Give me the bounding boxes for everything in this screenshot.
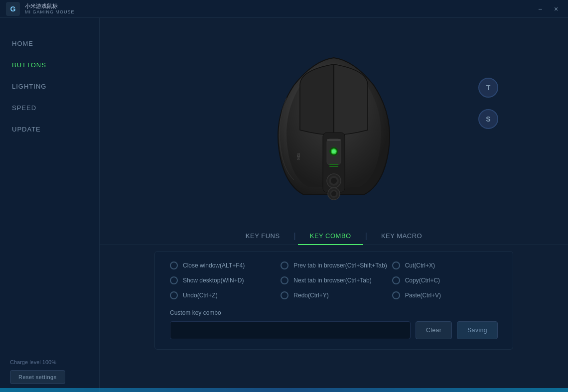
clear-button[interactable]: Clear [416,321,452,339]
mouse-preview-area: MS T S [100,18,568,227]
minimize-button[interactable]: − [534,3,546,15]
sidebar-item-buttons[interactable]: BUTTONS [0,54,99,76]
option-prev-tab[interactable]: Prev tab in browser(Ctrl+Shift+Tab) [281,261,387,269]
mouse-image: MS [264,50,404,205]
svg-rect-6 [327,139,341,141]
app-logo: G [6,2,20,16]
tab-key-macro[interactable]: KEY MACRO [369,227,434,245]
custom-combo-section: Custom key combo Clear Saving [170,309,498,339]
option-undo-label: Undo(Ctrl+Z) [183,292,218,299]
radio-copy[interactable] [392,276,400,284]
option-undo[interactable]: Undo(Ctrl+Z) [170,291,276,299]
option-paste[interactable]: Paste(Ctrl+V) [392,291,498,299]
radio-undo[interactable] [170,291,178,299]
radio-next-tab[interactable] [281,276,288,284]
app-name-block: 小米游戏鼠标 MI GAMING MOUSE [25,3,75,14]
tab-key-funs[interactable]: KEY FUNS [234,227,292,245]
radio-paste[interactable] [392,291,400,299]
side-button-t[interactable]: T [478,78,498,98]
option-redo[interactable]: Redo(Ctrl+Y) [281,291,387,299]
option-show-desktop[interactable]: Show desktop(WIN+D) [170,276,276,284]
radio-close-window[interactable] [170,261,178,269]
tab-separator-2: | [363,232,369,241]
taskbar-decoration [0,388,568,392]
sidebar-item-update[interactable]: UPDATE [0,119,99,140]
option-paste-label: Paste(Ctrl+V) [405,292,441,299]
option-show-desktop-label: Show desktop(WIN+D) [183,277,244,284]
svg-point-5 [332,149,336,153]
close-button[interactable]: × [550,3,562,15]
app-name-cn: 小米游戏鼠标 [25,3,75,9]
custom-input-row: Clear Saving [170,321,498,339]
option-cut[interactable]: Cut(Ctrl+X) [392,261,498,269]
svg-point-11 [331,178,337,184]
option-copy-label: Copy(Ctrl+C) [405,277,440,284]
options-panel: Close window(ALT+F4) Prev tab in browser… [154,251,513,350]
custom-combo-input[interactable] [170,321,411,339]
radio-redo[interactable] [281,291,288,299]
tab-key-combo[interactable]: KEY COMBO [298,227,363,245]
app-branding: G 小米游戏鼠标 MI GAMING MOUSE [6,2,75,16]
option-cut-label: Cut(Ctrl+X) [405,262,435,269]
tab-separator-1: | [292,232,298,241]
options-grid: Close window(ALT+F4) Prev tab in browser… [170,261,498,299]
reset-settings-button[interactable]: Reset settings [10,370,65,384]
app-name-en: MI GAMING MOUSE [25,9,75,14]
svg-point-14 [331,191,336,196]
window-controls: − × [534,3,562,15]
side-button-s[interactable]: S [478,109,498,129]
tabs-container: KEY FUNS | KEY COMBO | KEY MACRO [100,227,568,245]
sidebar-bottom: Charge level 100% Reset settings [0,351,99,392]
option-next-tab-label: Next tab in browser(Ctrl+Tab) [293,277,371,284]
option-close-window[interactable]: Close window(ALT+F4) [170,261,276,269]
radio-show-desktop[interactable] [170,276,178,284]
sidebar-item-home[interactable]: HOME [0,33,99,54]
option-next-tab[interactable]: Next tab in browser(Ctrl+Tab) [281,276,387,284]
sidebar: HOME BUTTONS LIGHTING SPEED UPDATE Charg… [0,18,100,392]
option-copy[interactable]: Copy(Ctrl+C) [392,276,498,284]
main-content: MS T S KEY FUNS | KEY COMBO | KEY MACRO … [100,18,568,392]
radio-cut[interactable] [392,261,400,269]
title-bar: G 小米游戏鼠标 MI GAMING MOUSE − × [0,0,568,18]
sidebar-item-lighting[interactable]: LIGHTING [0,76,99,97]
custom-combo-label: Custom key combo [170,309,498,316]
svg-rect-8 [329,166,338,167]
option-close-window-label: Close window(ALT+F4) [183,262,245,269]
radio-prev-tab[interactable] [281,261,288,269]
option-prev-tab-label: Prev tab in browser(Ctrl+Shift+Tab) [293,262,387,269]
charge-level: Charge level 100% [10,359,89,365]
saving-button[interactable]: Saving [457,321,498,339]
option-redo-label: Redo(Ctrl+Y) [293,292,328,299]
svg-rect-7 [329,164,338,165]
sidebar-item-speed[interactable]: SPEED [0,97,99,119]
svg-text:MS: MS [296,153,301,160]
